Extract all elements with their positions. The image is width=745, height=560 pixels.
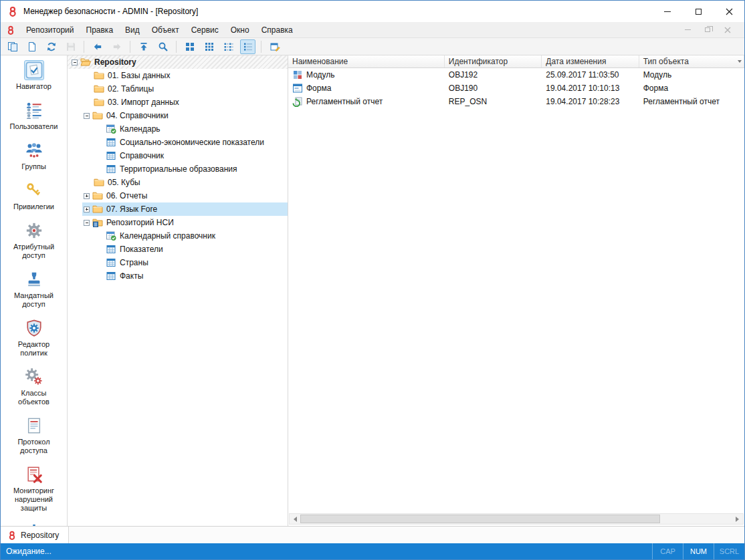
tree-node[interactable]: Календарь [68, 122, 288, 136]
tree-node[interactable]: 02. Таблицы [68, 82, 288, 96]
sidebar-item-label: Привилегии [9, 202, 59, 211]
close-button[interactable] [714, 1, 744, 22]
maximize-button[interactable] [683, 1, 714, 22]
sidebar-item-privileges[interactable]: Привилегии [1, 180, 67, 211]
sidebar-item-label: Атрибутный доступ [9, 243, 59, 260]
sidebar-item-object-classes[interactable]: Классы объектов [1, 367, 67, 406]
column-header-2[interactable]: Дата изменения [542, 55, 639, 67]
sidebar-item-violation-monitoring[interactable]: Мониторинг нарушений защиты [1, 464, 67, 513]
tree-node[interactable]: 05. Кубы [68, 176, 288, 189]
tree-node[interactable]: Факты [68, 269, 288, 283]
column-header-1[interactable]: Идентификатор [445, 55, 542, 67]
privileges-icon [24, 180, 44, 200]
tree-node[interactable]: 03. Импорт данных [68, 96, 288, 109]
menu-view[interactable]: Вид [119, 22, 146, 37]
go-to-top-button[interactable] [136, 39, 151, 54]
tree-node-label: 07. Язык Fore [106, 204, 157, 214]
cell-name: Регламентный отчет [306, 97, 383, 106]
expander-minus-icon[interactable] [84, 113, 90, 119]
table-icon [106, 244, 116, 255]
menu-edit[interactable]: Правка [80, 22, 120, 37]
tree-node-label: 03. Импорт данных [108, 98, 179, 107]
folder-icon [94, 84, 104, 94]
tree-node[interactable]: Репозиторий НСИ [68, 216, 288, 229]
menu-object[interactable]: Объект [146, 22, 185, 37]
edit-form-button[interactable] [267, 39, 282, 54]
sidebar-item-mandatory-access[interactable]: Мандатный доступ [1, 269, 67, 309]
window-controls [652, 1, 744, 22]
scroll-right-button[interactable] [732, 514, 743, 524]
create-object-button[interactable] [24, 39, 39, 54]
list-view-button[interactable] [221, 39, 236, 54]
tree-node-label: Справочник [120, 151, 164, 160]
sidebar-item-groups[interactable]: Группы [1, 140, 67, 171]
expander-minus-icon[interactable] [84, 220, 90, 226]
mdi-minimize-button[interactable] [683, 25, 692, 35]
tree-node[interactable]: Социально-экономические показатели [68, 136, 288, 149]
expander-plus-icon[interactable] [84, 193, 90, 199]
refresh-button[interactable] [43, 39, 59, 54]
search-icon [158, 41, 169, 52]
copy-button[interactable] [5, 39, 20, 54]
expander-minus-icon[interactable] [72, 59, 78, 65]
tree-node-label: Репозиторий НСИ [106, 218, 174, 227]
tree-node[interactable]: Территориальные образования [68, 162, 288, 176]
tree-node[interactable]: Страны [68, 256, 288, 269]
calendar-icon [106, 124, 116, 134]
sidebar-item-users[interactable]: Пользователи [1, 100, 67, 131]
expander-plus-icon[interactable] [84, 206, 90, 213]
tree-node[interactable]: Показатели [68, 243, 288, 256]
menu-window[interactable]: Окно [225, 22, 255, 37]
cell-object-type: Форма [643, 84, 668, 93]
back-button[interactable] [90, 39, 105, 54]
edit-form-icon [270, 41, 280, 52]
save-button[interactable] [63, 39, 78, 54]
tree-node[interactable]: Справочник [68, 149, 288, 162]
sidebar-item-attribute-access[interactable]: Атрибутный доступ [1, 221, 67, 260]
large-icons-icon [185, 41, 195, 52]
menu-repository[interactable]: Репозиторий [20, 22, 80, 37]
sidebar-item-label: Группы [9, 162, 59, 171]
scroll-left-button[interactable] [290, 514, 300, 524]
navigator-icon [24, 60, 44, 80]
toolbar-separator [261, 41, 261, 53]
tree-node[interactable]: Календарный справочник [68, 229, 288, 243]
sidebar-item-access-log[interactable]: Протокол доступа [1, 416, 67, 455]
folder-icon [94, 70, 104, 81]
sidebar-item-label: Мандатный доступ [9, 291, 59, 309]
sidebar-item-policy-editor[interactable]: Редактор политик [1, 318, 67, 358]
mdi-restore-button[interactable] [703, 25, 712, 35]
tree-node[interactable]: 07. Язык Fore [68, 202, 288, 216]
large-icons-view-button[interactable] [182, 39, 197, 54]
small-icons-view-button[interactable] [201, 39, 217, 54]
policy-editor-icon [24, 318, 44, 338]
tree-node[interactable]: 04. Справочники [68, 109, 288, 122]
horizontal-scrollbar[interactable] [289, 513, 744, 525]
tree-node[interactable]: 06. Отчеты [68, 189, 288, 202]
column-header-0[interactable]: Наименование [288, 55, 445, 67]
forward-button[interactable] [109, 39, 124, 54]
minimize-button[interactable] [652, 1, 683, 22]
table-row[interactable]: Регламентный отчетREP_OSN19.04.2017 10:2… [288, 95, 744, 108]
details-view-button[interactable] [240, 39, 255, 54]
tree-node-label: Календарь [120, 124, 161, 134]
tree-node-label: Страны [120, 258, 148, 267]
scrollbar-thumb[interactable] [300, 515, 660, 523]
search-button[interactable] [155, 39, 171, 54]
mdi-close-button[interactable] [723, 25, 732, 35]
table-row[interactable]: МодульOBJ19225.09.2017 11:03:50Модуль [288, 68, 744, 82]
tree-node[interactable]: Repository [68, 55, 288, 69]
tree-node-label: 05. Кубы [108, 178, 140, 187]
menu-service[interactable]: Сервис [185, 22, 225, 37]
mdi-system-menu-icon[interactable] [6, 25, 15, 35]
refresh-icon [46, 41, 57, 52]
sidebar-item-navigator[interactable]: Навигатор [1, 60, 67, 91]
calendar-icon [106, 231, 116, 241]
table-row[interactable]: ФормаOBJ19019.04.2017 10:10:13Форма [288, 82, 744, 95]
menu-help[interactable]: Справка [255, 22, 299, 37]
column-filter-button[interactable] [738, 60, 742, 63]
tree-node[interactable]: 01. Базы данных [68, 69, 288, 82]
tab-repository[interactable]: Repository [1, 527, 69, 543]
statusbar: Ожидание... CAPNUMSCRL [1, 543, 744, 559]
column-header-3[interactable]: Тип объекта [639, 55, 744, 67]
